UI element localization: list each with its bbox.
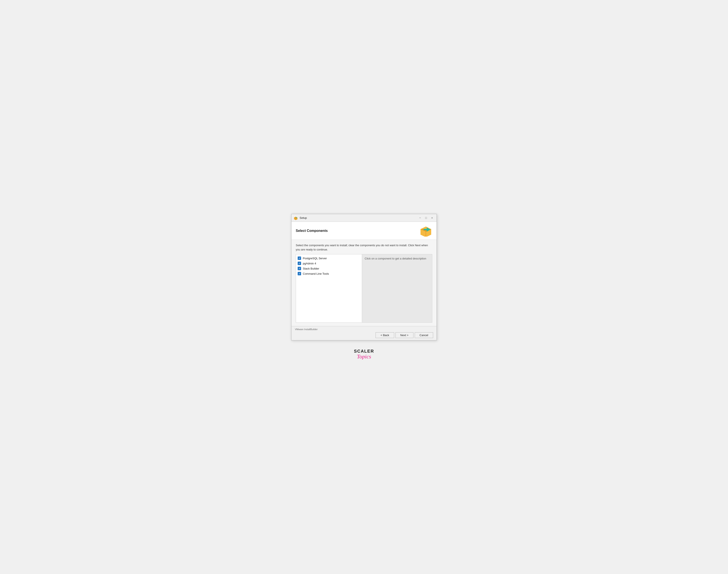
description-hint: Click on a component to get a detailed d… (365, 257, 426, 260)
next-button[interactable]: Next > (395, 332, 414, 338)
component-label-stack-builder: Stack Builder (303, 267, 319, 270)
vmware-label: VMware InstallBuilder (295, 328, 433, 331)
component-item-pgadmin4[interactable]: pgAdmin 4 (298, 262, 360, 265)
instruction-text: Select the components you want to instal… (296, 243, 432, 252)
checkbox-command-line-tools[interactable] (298, 272, 301, 275)
branding: SCALER Topics (354, 349, 374, 360)
cancel-button[interactable]: Cancel (415, 332, 433, 338)
checkbox-pgadmin4[interactable] (298, 262, 301, 265)
footer: VMware InstallBuilder < Back Next > Canc… (292, 326, 436, 340)
header-icon (419, 225, 432, 237)
description-panel: Click on a component to get a detailed d… (362, 254, 432, 323)
restore-button[interactable]: □ (424, 216, 428, 220)
title-bar: Setup − □ × (292, 214, 436, 222)
components-list: PostgreSQL ServerpgAdmin 4Stack BuilderC… (296, 254, 362, 323)
window-controls: − □ × (418, 216, 434, 220)
component-label-pgadmin4: pgAdmin 4 (303, 262, 316, 265)
close-button[interactable]: × (430, 216, 434, 220)
component-item-command-line-tools[interactable]: Command Line Tools (298, 272, 360, 275)
setup-icon (294, 216, 298, 220)
component-panels: PostgreSQL ServerpgAdmin 4Stack BuilderC… (296, 254, 432, 323)
setup-window: Setup − □ × Select Components Select the… (291, 214, 437, 340)
header-area: Select Components (292, 222, 436, 240)
branding-scaler: SCALER (354, 349, 374, 353)
checkbox-stack-builder[interactable] (298, 267, 301, 270)
footer-buttons: < Back Next > Cancel (295, 332, 433, 338)
content-area: Select the components you want to instal… (292, 240, 436, 326)
component-label-command-line-tools: Command Line Tools (303, 272, 329, 275)
component-item-postgresql-server[interactable]: PostgreSQL Server (298, 256, 360, 260)
back-button[interactable]: < Back (376, 332, 394, 338)
branding-topics: Topics (354, 353, 374, 360)
page-title: Select Components (296, 229, 328, 233)
window-title: Setup (300, 216, 418, 219)
minimize-button[interactable]: − (418, 216, 422, 220)
component-item-stack-builder[interactable]: Stack Builder (298, 267, 360, 270)
component-label-postgresql-server: PostgreSQL Server (303, 257, 327, 260)
checkbox-postgresql-server[interactable] (298, 256, 301, 260)
